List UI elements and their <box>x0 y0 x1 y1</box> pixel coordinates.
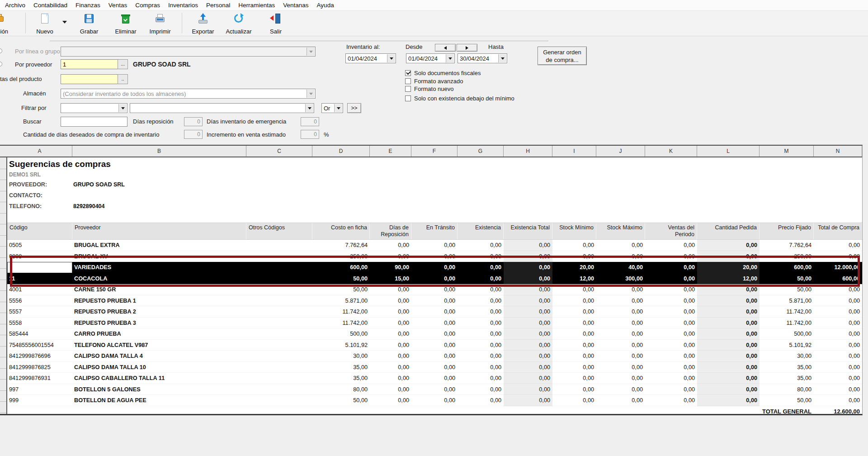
column-letter-F[interactable]: F <box>411 146 458 157</box>
row-header-cell[interactable] <box>0 401 6 402</box>
column-letter-A[interactable]: A <box>7 146 72 157</box>
tags-producto-input[interactable] <box>61 74 118 84</box>
table-row[interactable]: 5556REPUESTO PRUEBA 15.871,000,000,000,0… <box>7 295 862 307</box>
dropdown-arrow-icon[interactable] <box>307 90 315 98</box>
row-header-cell[interactable] <box>0 180 6 180</box>
table-row[interactable]: 5557REPUESTO PRUEBA 211.742,000,000,000,… <box>7 306 862 318</box>
column-letter-M[interactable]: M <box>760 146 814 157</box>
row-header-cell[interactable] <box>0 413 6 413</box>
column-letter-C[interactable]: C <box>246 146 312 157</box>
checkbox-solo-fiscales[interactable]: Solo documentos fiscales <box>405 70 481 76</box>
row-header-cell[interactable] <box>0 202 6 202</box>
menu-herramientas[interactable]: Herramientas <box>234 0 279 10</box>
column-header[interactable]: Días de Reposición <box>370 223 411 239</box>
column-letter-G[interactable]: G <box>458 146 504 157</box>
row-header-cell[interactable] <box>0 357 6 357</box>
dropdown-arrow-icon[interactable] <box>305 104 313 112</box>
table-row[interactable]: 4001CARNE 150 GR50,000,000,000,000,000,0… <box>7 284 862 295</box>
desde-date-select[interactable]: 01/04/2024 <box>406 53 455 63</box>
row-header-cell[interactable] <box>0 346 6 347</box>
column-letter-B[interactable]: B <box>72 146 246 157</box>
incremento-input[interactable]: 0 <box>301 130 319 139</box>
cantidad-dias-input[interactable]: 0 <box>184 130 203 139</box>
row-header-cell[interactable] <box>0 368 6 369</box>
row-header-cell[interactable] <box>0 213 6 214</box>
row-header-cell[interactable] <box>0 302 6 302</box>
table-row[interactable]: 11COCACOLA50,0015,000,000,000,0012,00300… <box>7 273 862 285</box>
column-letter-E[interactable]: E <box>370 146 411 157</box>
row-header-cell[interactable] <box>0 257 6 258</box>
proveedor-code-input[interactable] <box>61 59 118 69</box>
save-button[interactable]: Grabar <box>74 12 104 35</box>
column-header[interactable]: Stock Máximo <box>596 223 645 239</box>
row-header-cell[interactable] <box>0 324 6 324</box>
dropdown-arrow-icon[interactable] <box>387 54 395 62</box>
column-header[interactable]: En Tránsito <box>411 223 458 239</box>
column-letter-L[interactable]: L <box>697 146 760 157</box>
column-header[interactable]: Otros Códigos <box>246 223 312 239</box>
inventario-date-select[interactable]: 01/04/2024 <box>345 53 396 63</box>
or-select[interactable]: Or <box>321 103 343 113</box>
buscar-input[interactable] <box>61 117 127 127</box>
menu-ventas[interactable]: Ventas <box>104 0 131 10</box>
column-letter-I[interactable]: I <box>552 146 596 157</box>
dropdown-arrow-icon[interactable] <box>118 104 127 112</box>
column-header[interactable]: Proveedor <box>72 223 246 239</box>
tags-browse-button[interactable]: .. <box>118 74 128 84</box>
checkbox-existencia-minimo[interactable]: Solo con existencia debajo del mínimo <box>405 95 514 102</box>
hasta-date-select[interactable]: 30/04/2024 <box>458 53 507 63</box>
column-header[interactable]: Cantidad Pedida <box>697 223 760 239</box>
linea-grupo-select[interactable] <box>61 47 316 57</box>
dropdown-arrow-icon[interactable] <box>446 54 454 62</box>
column-letter-D[interactable]: D <box>312 146 370 157</box>
export-button[interactable]: Exportar <box>186 12 220 35</box>
table-row[interactable]: 8412999876931CALIPSO CABALLERO TALLA 113… <box>7 373 862 384</box>
row-header-cell[interactable] <box>0 280 6 280</box>
table-row[interactable]: 5558REPUESTO PRUEBA 311.742,000,000,000,… <box>7 318 862 329</box>
almacen-select[interactable]: (Considerar inventario de todos los alma… <box>61 89 316 99</box>
column-letter-K[interactable]: K <box>645 146 697 157</box>
table-row[interactable]: 8412999876696CALIPSO DAMA TALLA 430,000,… <box>7 351 862 362</box>
proveedor-browse-button[interactable]: ... <box>118 59 128 69</box>
exit-button[interactable]: Salir <box>262 12 289 35</box>
expand-filter-button[interactable]: >> <box>347 103 361 113</box>
column-header[interactable]: Existencia Total <box>504 223 552 239</box>
menu-compras[interactable]: Compras <box>131 0 164 10</box>
checkbox-formato-nuevo[interactable]: Formato nuevo <box>405 86 453 92</box>
dropdown-arrow-icon[interactable] <box>334 104 342 112</box>
prev-period-button[interactable] <box>435 44 456 52</box>
row-header-cell[interactable] <box>0 191 6 191</box>
next-period-button[interactable] <box>457 44 477 52</box>
new-button[interactable]: Nuevo <box>29 12 61 35</box>
column-header[interactable]: Costo en ficha <box>312 223 370 239</box>
row-header-cell[interactable] <box>0 169 6 169</box>
dias-reposicion-input[interactable]: 0 <box>184 117 203 126</box>
column-letter-N[interactable]: N <box>814 146 862 157</box>
radio-por-linea[interactable] <box>0 48 2 53</box>
row-header-cell[interactable] <box>0 235 6 236</box>
delete-button[interactable]: Eliminar <box>109 12 142 35</box>
radio-por-proveedor[interactable] <box>0 62 2 66</box>
table-row[interactable]: 0808BRUGAL XV250,000,000,000,000,000,000… <box>7 251 862 262</box>
generar-orden-button[interactable]: Generar orden de compra... <box>538 47 587 65</box>
column-letter-H[interactable]: H <box>504 146 552 157</box>
row-header-cell[interactable] <box>0 246 6 247</box>
print-button[interactable]: Imprimir <box>144 12 176 35</box>
menu-contabilidad[interactable]: Contabilidad <box>29 0 71 10</box>
row-header-cell[interactable] <box>0 224 6 224</box>
menu-ventanas[interactable]: Ventanas <box>279 0 312 10</box>
column-header[interactable]: Total de Compra <box>814 223 862 239</box>
column-letter-J[interactable]: J <box>596 146 645 157</box>
table-row[interactable]: 8412999876825CALIPSO DAMA TALLA 1035,000… <box>7 362 862 373</box>
menu-archivo[interactable]: Archivo <box>1 0 29 10</box>
refresh-button[interactable]: Actualizar <box>221 12 257 35</box>
menu-personal[interactable]: Personal <box>202 0 234 10</box>
session-button[interactable]: sión <box>0 12 19 35</box>
table-row[interactable]: 585444CARRO PRUEBA500,000,000,000,000,00… <box>7 328 862 340</box>
table-row[interactable]: 997BOTELLON 5 GALONES80,000,000,000,000,… <box>7 384 862 395</box>
column-header[interactable]: Código <box>7 223 72 239</box>
menu-inventarios[interactable]: Inventarios <box>164 0 202 10</box>
table-row[interactable]: 0505BRUGAL EXTRA7.762,640,000,000,000,00… <box>7 240 862 251</box>
row-header-cell[interactable] <box>0 335 6 335</box>
column-header[interactable]: Precio Fijado <box>760 223 814 239</box>
